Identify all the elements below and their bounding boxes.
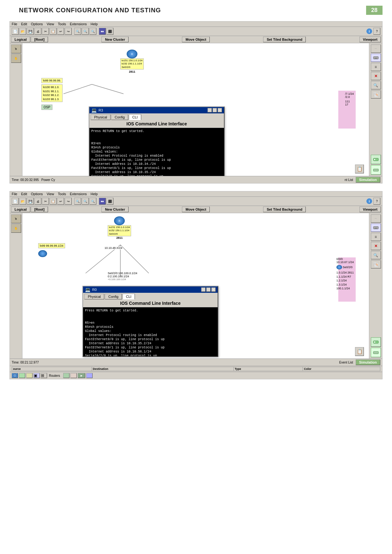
toolbar-btn4-2[interactable]: 🖨 <box>34 198 41 205</box>
cli-content-2[interactable]: Press RETURN to get started. R5>en R5#sh… <box>83 307 218 356</box>
menu-edit-2[interactable]: Edit <box>21 192 27 196</box>
simulation-btn-2[interactable]: Simulation <box>356 359 380 365</box>
menu-tools-2[interactable]: Tools <box>58 192 66 196</box>
menu-help-2[interactable]: Help <box>91 192 98 196</box>
help-button-1[interactable]: ? <box>373 28 380 35</box>
bottom-icon-7[interactable] <box>70 373 77 378</box>
left-icon-2b[interactable]: ✋ <box>11 224 21 233</box>
tab-physical-1[interactable]: Physical <box>91 114 111 120</box>
tab-cli-1[interactable]: CLI <box>129 114 141 120</box>
menu-options-1[interactable]: Options <box>31 22 43 26</box>
menu-file-1[interactable]: File <box>12 22 17 26</box>
new-cluster-btn-2[interactable]: New Cluster <box>101 207 129 212</box>
info-button-2[interactable]: i <box>366 198 372 204</box>
tab-physical-2[interactable]: Physical <box>84 294 104 299</box>
menu-view-1[interactable]: View <box>47 22 54 26</box>
right-icon-search-1[interactable]: 🔍 <box>371 81 381 89</box>
right-icon-r1-2[interactable] <box>371 224 381 232</box>
menu-tools-1[interactable]: Tools <box>58 22 66 26</box>
toolbar-redo-2[interactable]: ↪ <box>65 198 72 205</box>
move-object-btn-1[interactable]: Move Object <box>182 37 209 42</box>
logical-btn-2[interactable]: Logical <box>11 207 30 212</box>
right-icon-r2-2[interactable] <box>371 337 381 347</box>
bottom-icon-6[interactable] <box>63 373 69 378</box>
dialog-maximize-1[interactable]: □ <box>213 108 217 112</box>
tab-config-1[interactable]: Config <box>111 114 128 120</box>
dialog-minimize-1[interactable]: – <box>208 108 212 112</box>
toolbar-redo-1[interactable]: ↪ <box>65 28 72 35</box>
tab-cli-2[interactable]: CLI <box>123 294 135 299</box>
menu-options-2[interactable]: Options <box>31 192 43 196</box>
toolbar-zoom3-2[interactable]: 🔍 <box>89 198 96 205</box>
toolbar-new-1[interactable]: 📄 <box>12 28 19 35</box>
device-icon-4[interactable]: ▣ <box>33 373 40 378</box>
right-icon-shape-1[interactable]: 🐚 <box>371 90 381 99</box>
info-button-1[interactable]: i <box>366 28 372 34</box>
device-icon-2[interactable] <box>19 373 25 378</box>
toolbar-zoom1-1[interactable]: 🔍 <box>74 28 81 35</box>
toolbar-save-2[interactable]: 💾 <box>27 198 34 205</box>
menu-file-2[interactable]: File <box>12 192 17 196</box>
right-icon-shape-2[interactable]: 🐚 <box>371 260 381 268</box>
set-tiled-bg-btn-1[interactable]: Set Tiled Background <box>263 37 306 42</box>
right-icon-list-1[interactable]: ≡ <box>371 63 381 71</box>
toolbar-zoom3-1[interactable]: 🔍 <box>89 28 96 35</box>
dialog-close-2[interactable]: × <box>211 287 216 292</box>
cli-content-1[interactable]: Press RETURN to get started. R3>en R3#sh… <box>89 128 224 176</box>
right-icon-x-2[interactable]: ✕ <box>371 242 381 250</box>
bottom-right-icon-2[interactable]: 📋 <box>355 347 364 356</box>
toolbar-palette-2[interactable]: ■■ <box>99 198 106 205</box>
help-button-2[interactable]: ? <box>373 198 380 205</box>
right-icon-r3-2[interactable] <box>371 348 381 357</box>
tab-config-2[interactable]: Config <box>105 294 122 299</box>
menu-extensions-1[interactable]: Extensions <box>70 22 87 26</box>
device-icon-5[interactable]: ⊞ <box>41 373 47 378</box>
dialog-maximize-2[interactable]: □ <box>206 287 211 292</box>
menu-extensions-2[interactable]: Extensions <box>70 192 87 196</box>
right-icon-r3-1[interactable] <box>371 165 381 175</box>
bottom-right-icon-1[interactable]: 📋 <box>355 165 364 173</box>
toolbar-zoom1-2[interactable]: 🔍 <box>74 198 81 205</box>
right-icon-dots-1[interactable]: ⋯ <box>371 45 381 53</box>
root-btn-1[interactable]: [Root] <box>31 37 48 42</box>
new-cluster-btn-1[interactable]: New Cluster <box>101 37 129 42</box>
right-icon-r2-1[interactable] <box>371 155 381 164</box>
viewport-btn-1[interactable]: Viewport <box>359 37 381 42</box>
simulation-btn-1[interactable]: Simulation <box>356 177 380 183</box>
toolbar-btn5-1[interactable]: ✂ <box>42 28 49 35</box>
toolbar-save-1[interactable]: 💾 <box>27 28 34 35</box>
menu-edit-1[interactable]: Edit <box>21 22 27 26</box>
toolbar-btn6-2[interactable]: 📋 <box>50 198 57 205</box>
root-btn-2[interactable]: [Root] <box>31 207 48 212</box>
left-icon-1[interactable]: 🖱 <box>11 45 21 53</box>
toolbar-zoom2-1[interactable]: 🔍 <box>82 28 89 35</box>
toolbar-custom-1[interactable]: ⬛ <box>106 28 113 35</box>
device-icon-1[interactable] <box>12 373 18 378</box>
dialog-close-1[interactable]: × <box>218 108 222 112</box>
move-object-btn-2[interactable]: Move Object <box>182 207 209 212</box>
toolbar-open-2[interactable]: 📂 <box>19 198 26 205</box>
toolbar-undo-1[interactable]: ↩ <box>57 28 64 35</box>
toolbar-custom-2[interactable]: ⬛ <box>106 198 113 205</box>
right-icon-list-2[interactable]: ≡ <box>371 233 381 241</box>
toolbar-open-1[interactable]: 📂 <box>19 28 26 35</box>
set-tiled-bg-btn-2[interactable]: Set Tiled Background <box>263 207 306 212</box>
bottom-icon-9[interactable] <box>86 373 93 378</box>
left-icon-2[interactable]: ✋ <box>11 54 21 63</box>
menu-view-2[interactable]: View <box>47 192 54 196</box>
viewport-btn-2[interactable]: Viewport <box>359 207 381 212</box>
right-icon-dots-2[interactable]: ⋯ <box>371 214 381 223</box>
toolbar-undo-2[interactable]: ↩ <box>57 198 64 205</box>
right-icon-search-2[interactable]: 🔍 <box>371 251 381 259</box>
toolbar-btn5-2[interactable]: ✂ <box>42 198 49 205</box>
menu-help-1[interactable]: Help <box>91 22 98 26</box>
right-icon-x-1[interactable]: ✕ <box>371 72 381 80</box>
bottom-icon-8[interactable]: ▶ <box>78 373 85 378</box>
toolbar-palette-1[interactable]: ■■ <box>99 28 106 35</box>
toolbar-zoom2-2[interactable]: 🔍 <box>82 198 89 205</box>
logical-btn-1[interactable]: Logical <box>11 37 30 42</box>
right-icon-r1[interactable] <box>371 54 381 62</box>
toolbar-btn4-1[interactable]: 🖨 <box>34 28 41 35</box>
toolbar-btn6-1[interactable]: 📋 <box>50 28 57 35</box>
left-icon-2a[interactable]: 🖱 <box>11 214 21 223</box>
